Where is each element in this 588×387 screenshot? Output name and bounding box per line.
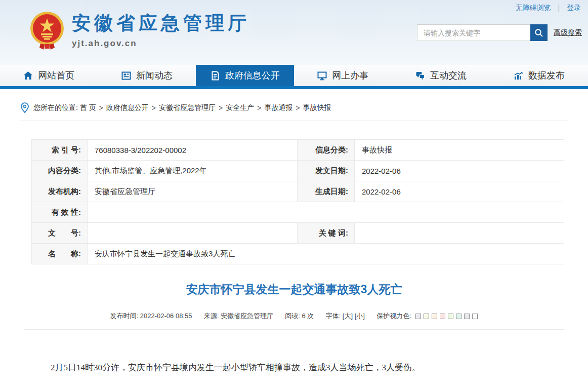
document-info-table: 索 引 号: 76080338-3/202202-00002 信息分类: 事故快…: [31, 139, 564, 264]
breadcrumb-item-accident-report[interactable]: 事故通报: [264, 103, 292, 112]
source-value: 安徽省应急管理厅: [221, 312, 273, 320]
font-larger-button[interactable]: [大]: [343, 312, 353, 320]
eye-protect-swatch[interactable]: [464, 314, 470, 319]
nav-item-label: 新闻动态: [136, 69, 173, 82]
font-smaller-button[interactable]: [小]: [355, 312, 365, 320]
article-body: 2月5日14时30分许，安庆市怀宁县境内发生一起小型轿车相撞事故，造成3人当场死…: [33, 360, 555, 375]
views-label: 阅读:: [285, 312, 300, 320]
breadcrumb-separator: >: [296, 104, 300, 112]
search-input[interactable]: [417, 24, 530, 41]
location-pin-icon: [20, 102, 29, 113]
monitor-icon: [317, 71, 327, 81]
national-emblem-logo: [29, 11, 65, 51]
breadcrumb-item-home[interactable]: 首 页: [80, 103, 96, 112]
nav-item-label: 网站首页: [38, 69, 74, 82]
eye-protect-swatch[interactable]: [432, 314, 437, 319]
table-row: 文 号: 关 键 词:: [32, 223, 564, 244]
search-icon: [534, 28, 543, 37]
search-box: [417, 24, 548, 41]
nav-item-label: 互动交流: [430, 69, 467, 82]
eye-protect-label: 保护视力色:: [376, 312, 411, 320]
eye-protect-swatch[interactable]: [448, 314, 453, 319]
breadcrumb-prefix: 您所在的位置:: [33, 103, 78, 112]
nav-item-label: 数据发布: [528, 69, 565, 82]
table-row: 名 称: 安庆市怀宁县发生一起交通事故致3人死亡: [32, 244, 564, 264]
issue-date-value: 2022-02-06: [355, 161, 564, 181]
main-nav: 网站首页 新闻动态 政府信息公开: [0, 65, 588, 89]
breadcrumb-separator: >: [257, 104, 261, 112]
breadcrumb-separator: >: [152, 104, 156, 112]
validity-label: 有 效 性:: [32, 202, 88, 223]
breadcrumb: 您所在的位置: 首 页 > 政府信息公开 > 安徽省应急管理厅 > 安全生产 >…: [20, 102, 568, 113]
top-links: 无障碍浏览 | 登录: [516, 4, 581, 13]
chart-icon: [514, 71, 523, 81]
search-area: 高级搜索: [417, 24, 582, 41]
index-number-label: 索 引 号:: [32, 140, 88, 161]
eye-protect-swatch[interactable]: [415, 314, 421, 319]
keywords-label: 关 键 词:: [298, 223, 355, 244]
article-title: 安庆市怀宁县发生一起交通事故致3人死亡: [20, 282, 568, 297]
eye-protect-swatch[interactable]: [456, 314, 461, 319]
breadcrumb-divider: [20, 121, 568, 121]
breadcrumb-item-safety[interactable]: 安全生产: [226, 103, 254, 112]
advanced-search-link[interactable]: 高级搜索: [554, 28, 582, 37]
eye-protect-swatch[interactable]: [472, 314, 478, 319]
nav-item-interaction[interactable]: 互动交流: [392, 65, 490, 86]
brand-text: 安徽省应急管理厅 yjt.ah.gov.cn: [72, 11, 250, 49]
breadcrumb-item-gov-info[interactable]: 政府信息公开: [106, 103, 149, 112]
name-label: 名 称:: [32, 244, 88, 264]
page: 无障碍浏览 | 登录 安徽省应急管理厅 yjt.ah.gov.cn: [0, 0, 588, 375]
content-category-label: 内容分类:: [32, 161, 88, 181]
chat-icon: [415, 71, 425, 81]
keywords-value: [355, 223, 564, 244]
nav-item-home[interactable]: 网站首页: [0, 65, 98, 86]
breadcrumb-separator: >: [219, 104, 223, 112]
views-value: 6 次: [302, 312, 314, 320]
news-icon: [121, 71, 131, 81]
nav-item-online-services[interactable]: 网上办事: [294, 65, 392, 86]
info-category-label: 信息分类:: [298, 140, 355, 161]
table-row: 索 引 号: 76080338-3/202202-00002 信息分类: 事故快…: [32, 140, 564, 161]
brand[interactable]: 安徽省应急管理厅 yjt.ah.gov.cn: [29, 11, 250, 51]
publisher-label: 发布机构:: [32, 181, 88, 202]
doc-number-label: 文 号:: [32, 223, 88, 244]
create-date-value: 2022-02-06: [355, 181, 564, 202]
document-icon: [211, 71, 220, 81]
nav-item-gov-info[interactable]: 政府信息公开: [196, 65, 294, 86]
publish-time-value: 2022-02-06 08:55: [140, 312, 192, 320]
info-category-value: 事故快报: [355, 140, 564, 161]
main-content: 您所在的位置: 首 页 > 政府信息公开 > 安徽省应急管理厅 > 安全生产 >…: [0, 102, 588, 375]
publisher-value: 安徽省应急管理厅: [88, 181, 298, 202]
nav-item-news[interactable]: 新闻动态: [98, 65, 196, 86]
login-link[interactable]: 登录: [567, 4, 581, 12]
nav-item-data[interactable]: 数据发布: [490, 65, 588, 86]
breadcrumb-item-department[interactable]: 安徽省应急管理厅: [159, 103, 216, 112]
search-button[interactable]: [530, 24, 548, 41]
name-value: 安庆市怀宁县发生一起交通事故致3人死亡: [88, 244, 564, 264]
eye-protect-swatches: [413, 314, 478, 319]
nav-item-label: 网上办事: [332, 69, 368, 82]
article-divider: [24, 329, 564, 330]
eye-protect-swatch[interactable]: [440, 314, 445, 319]
site-title: 安徽省应急管理厅: [72, 12, 250, 34]
table-row: 有 效 性:: [32, 202, 564, 223]
source-label: 来源:: [204, 312, 219, 320]
create-date-label: 生成日期:: [298, 181, 355, 202]
article-meta: 发布时间: 2022-02-06 08:55 来源: 安徽省应急管理厅 阅读: …: [20, 312, 568, 321]
top-links-divider: |: [558, 4, 560, 12]
nav-item-label: 政府信息公开: [225, 69, 280, 82]
table-row: 发布机构: 安徽省应急管理厅 生成日期: 2022-02-06: [32, 181, 564, 202]
home-icon: [23, 71, 33, 81]
index-number-value: 76080338-3/202202-00002: [88, 140, 298, 161]
site-url: yjt.ah.gov.cn: [72, 38, 250, 49]
accessibility-link[interactable]: 无障碍浏览: [516, 4, 551, 12]
validity-value: [88, 202, 564, 223]
publish-time-label: 发布时间:: [110, 312, 139, 320]
site-header: 无障碍浏览 | 登录 安徽省应急管理厅 yjt.ah.gov.cn: [0, 0, 588, 65]
doc-number-value: [88, 223, 298, 244]
breadcrumb-item-accident-bulletin[interactable]: 事故快报: [303, 103, 331, 112]
issue-date-label: 发文日期:: [298, 161, 355, 181]
eye-protect-swatch[interactable]: [424, 314, 429, 319]
font-size-label: 字体:: [326, 312, 341, 320]
breadcrumb-separator: >: [99, 104, 103, 112]
